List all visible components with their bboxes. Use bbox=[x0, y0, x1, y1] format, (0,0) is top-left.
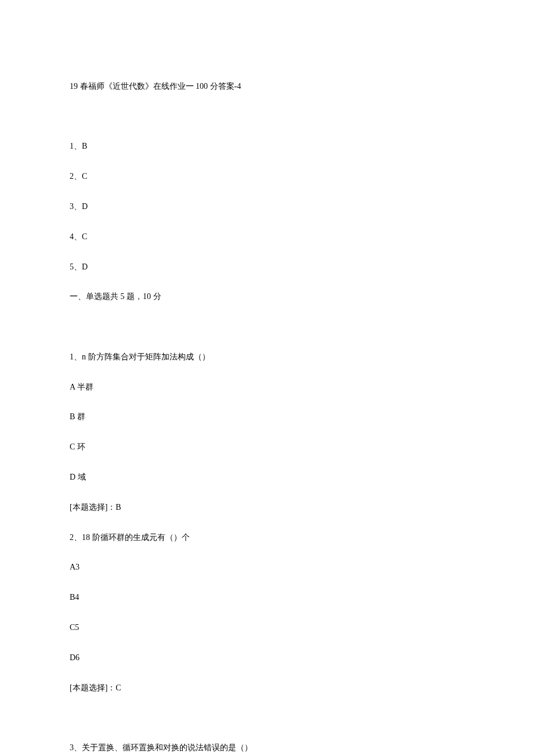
blank-line bbox=[70, 710, 464, 725]
blank-line bbox=[70, 319, 464, 334]
q2-opt-d: D6 bbox=[70, 650, 464, 665]
q2-opt-c: C5 bbox=[70, 620, 464, 635]
q1-opt-b: B 群 bbox=[70, 409, 464, 424]
q1-answer: [本题选择]：B bbox=[70, 500, 464, 515]
q3-stem: 3、关于置换、循环置换和对换的说法错误的是（） bbox=[70, 740, 464, 755]
summary-answer-4: 4、C bbox=[70, 229, 464, 244]
summary-answer-1: 1、B bbox=[70, 139, 464, 154]
document-body: 19 春福师《近世代数》在线作业一 100 分答案-4 1、B 2、C 3、D … bbox=[70, 64, 464, 756]
q2-answer: [本题选择]：C bbox=[70, 681, 464, 696]
q1-stem: 1、n 阶方阵集合对于矩阵加法构成（） bbox=[70, 350, 464, 365]
page-title: 19 春福师《近世代数》在线作业一 100 分答案-4 bbox=[70, 79, 464, 94]
blank-line bbox=[70, 109, 464, 124]
summary-answer-5: 5、D bbox=[70, 260, 464, 275]
q2-opt-b: B4 bbox=[70, 590, 464, 605]
q1-opt-d: D 域 bbox=[70, 470, 464, 485]
q1-opt-a: A 半群 bbox=[70, 380, 464, 395]
summary-answer-2: 2、C bbox=[70, 169, 464, 184]
q2-stem: 2、18 阶循环群的生成元有（）个 bbox=[70, 530, 464, 545]
section-1-header: 一、单选题共 5 题，10 分 bbox=[70, 289, 464, 304]
q2-opt-a: A3 bbox=[70, 560, 464, 575]
summary-answer-3: 3、D bbox=[70, 199, 464, 214]
q1-opt-c: C 环 bbox=[70, 440, 464, 455]
